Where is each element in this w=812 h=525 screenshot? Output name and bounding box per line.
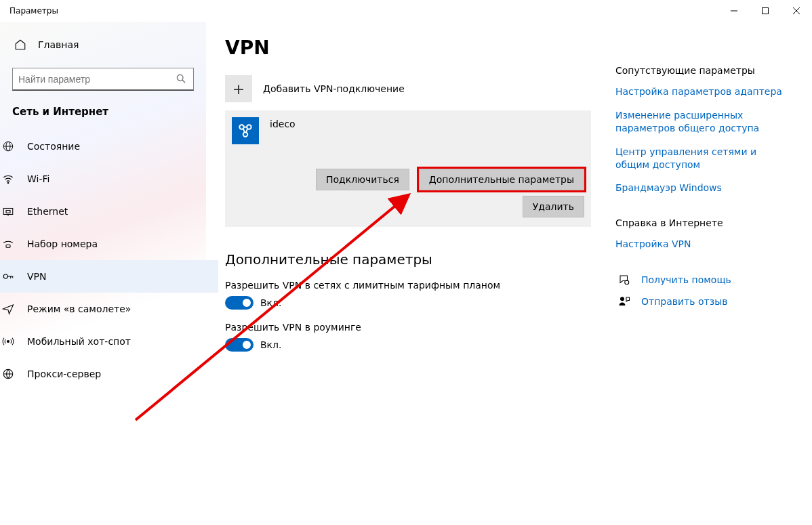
related-link[interactable]: Настройка параметров адаптера (615, 85, 792, 98)
toggle-state: Вкл. (260, 339, 281, 350)
vpn-connection-icon (232, 117, 259, 144)
main-panel: VPN + Добавить VPN-подключение ideco (225, 37, 591, 525)
get-help-row[interactable]: Получить помощь (615, 274, 792, 286)
advanced-options-button[interactable]: Дополнительные параметры (419, 169, 584, 190)
feedback-icon (615, 295, 633, 308)
page-title: VPN (225, 37, 591, 59)
sidebar-item-label: Мобильный хот-спот (27, 336, 131, 347)
ethernet-icon (0, 205, 16, 217)
svg-line-24 (243, 129, 245, 132)
svg-point-28 (620, 297, 624, 301)
plus-icon: + (225, 75, 252, 102)
airplane-icon (0, 303, 16, 315)
proxy-icon (0, 368, 16, 380)
vpn-key-icon (0, 270, 16, 282)
window-maximize-button[interactable] (750, 0, 781, 22)
toggle-label: Разрешить VPN в роуминге (225, 322, 591, 333)
search-box[interactable] (12, 68, 194, 91)
dialup-icon (0, 238, 16, 250)
sidebar-item-proxy[interactable]: Прокси-сервер (0, 358, 218, 390)
feedback-row[interactable]: Отправить отзыв (615, 295, 792, 308)
search-input[interactable] (18, 74, 176, 85)
sidebar-item-label: Состояние (27, 141, 80, 152)
chat-bubble-icon (615, 274, 633, 286)
related-link[interactable]: Центр управления сетями и общим доступом (615, 146, 792, 171)
aside-panel: Сопутствующие параметры Настройка параме… (615, 37, 792, 525)
sidebar-item-vpn[interactable]: VPN (0, 260, 218, 293)
sidebar-item-airplane[interactable]: Режим «в самолете» (0, 293, 218, 325)
related-link[interactable]: Изменение расширенных параметров общего … (615, 109, 792, 135)
sidebar-item-label: VPN (27, 271, 47, 282)
svg-rect-13 (6, 245, 10, 248)
sidebar-item-hotspot[interactable]: Мобильный хот-спот (0, 325, 218, 358)
sidebar-item-label: Прокси-сервер (27, 369, 101, 379)
window-minimize-button[interactable] (718, 0, 750, 22)
delete-button[interactable]: Удалить (523, 196, 584, 217)
globe-grid-icon (0, 140, 16, 152)
svg-point-18 (7, 341, 9, 343)
vpn-connection-name: ideco (270, 117, 296, 129)
home-nav[interactable]: Главная (12, 31, 194, 58)
toggle-metered: Разрешить VPN в сетях с лимитным тарифны… (225, 280, 591, 310)
sidebar-item-label: Набор номера (27, 238, 98, 249)
window-title: Параметры (9, 6, 58, 16)
sidebar-item-label: Режим «в самолете» (27, 303, 131, 314)
window-close-button[interactable] (781, 0, 812, 22)
svg-point-14 (3, 274, 7, 278)
toggle-state: Вкл. (260, 297, 281, 308)
search-icon (176, 73, 188, 85)
help-heading: Справка в Интернете (615, 217, 792, 228)
svg-line-5 (182, 80, 185, 83)
home-label: Главная (38, 39, 79, 50)
svg-rect-10 (3, 209, 13, 215)
home-icon (12, 39, 28, 51)
get-help-label: Получить помощь (641, 274, 731, 285)
svg-rect-1 (763, 8, 769, 14)
svg-point-23 (243, 132, 248, 137)
sidebar-item-dialup[interactable]: Набор номера (0, 228, 218, 260)
vpn-connection-card[interactable]: ideco Подключиться Дополнительные параме… (225, 110, 591, 227)
sidebar-item-label: Wi-Fi (27, 173, 49, 184)
feedback-label: Отправить отзыв (641, 296, 727, 307)
svg-rect-11 (6, 211, 10, 213)
wifi-icon (0, 173, 16, 185)
toggle-switch[interactable] (225, 296, 253, 310)
svg-point-4 (177, 75, 183, 81)
hotspot-icon (0, 335, 16, 348)
toggle-roaming: Разрешить VPN в роуминге Вкл. (225, 322, 591, 352)
sidebar-item-label: Ethernet (27, 206, 68, 217)
help-link[interactable]: Настройка VPN (615, 238, 792, 251)
connect-button[interactable]: Подключиться (316, 169, 409, 190)
add-vpn-row[interactable]: + Добавить VPN-подключение (225, 75, 591, 102)
add-vpn-label: Добавить VPN-подключение (263, 83, 405, 94)
svg-point-9 (7, 182, 9, 184)
toggle-label: Разрешить VPN в сетях с лимитным тарифны… (225, 280, 591, 291)
related-heading: Сопутствующие параметры (615, 65, 792, 76)
category-heading: Сеть и Интернет (12, 106, 194, 118)
advanced-heading: Дополнительные параметры (225, 251, 591, 268)
sidebar: Главная Сеть и Интернет Состояние (0, 22, 206, 525)
titlebar: Параметры (0, 0, 812, 22)
toggle-switch[interactable] (225, 338, 253, 352)
sidebar-item-wifi[interactable]: Wi-Fi (0, 163, 218, 195)
sidebar-nav: Состояние Wi-Fi Ethernet Набор номера (0, 130, 218, 390)
svg-line-25 (246, 129, 247, 132)
sidebar-item-ethernet[interactable]: Ethernet (0, 195, 218, 228)
sidebar-item-status[interactable]: Состояние (0, 130, 218, 163)
related-link[interactable]: Брандмауэр Windows (615, 182, 792, 194)
